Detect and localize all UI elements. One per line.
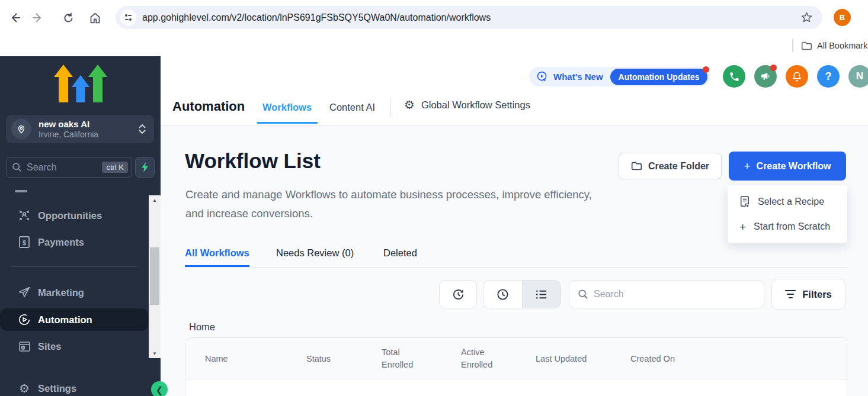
filters-button[interactable]: Filters	[771, 279, 845, 310]
reload-icon[interactable]	[59, 8, 78, 27]
workflow-search	[569, 280, 764, 308]
sidebar-divider	[11, 266, 137, 267]
sidebar: new oaks AI Irvine, California Search ct…	[0, 56, 161, 396]
browser-chrome: app.gohighlevel.com/v2/location/lnPS691g…	[0, 0, 868, 36]
table-header-row: Name Status Total Enrolled Active Enroll…	[185, 338, 847, 379]
whats-new-icon	[536, 70, 549, 83]
phone-button[interactable]	[723, 65, 745, 88]
gear-icon: ⚙	[404, 99, 415, 111]
sidebar-item-label: Marketing	[38, 287, 84, 298]
column-header-active-enrolled[interactable]: Active Enrolled	[461, 338, 500, 379]
gohighlevel-logo	[53, 65, 108, 102]
notifications-button[interactable]	[786, 65, 808, 88]
back-icon[interactable]	[6, 8, 25, 27]
home-icon[interactable]	[85, 8, 104, 27]
chevron-left-icon: ❮	[156, 385, 164, 394]
automation-updates-badge[interactable]: Automation Updates	[610, 69, 708, 85]
svg-text:$: $	[23, 239, 26, 246]
forward-icon[interactable]	[28, 8, 47, 27]
scrollbar-down-arrow[interactable]: ▼	[149, 349, 161, 358]
marketing-icon	[17, 286, 31, 299]
sidebar-item-opportunities[interactable]: Opportunities	[0, 204, 148, 227]
list-view-button[interactable]	[522, 281, 561, 308]
global-workflow-settings-button[interactable]: ⚙ Global Workflow Settings	[404, 99, 530, 111]
sidebar-item-automation[interactable]: Automation	[0, 308, 148, 331]
table-body	[185, 379, 847, 396]
browser-profile-avatar[interactable]: B	[834, 9, 851, 26]
scrolled-item-remnant	[15, 190, 27, 192]
tab-needs-review[interactable]: Needs Review (0)	[276, 247, 354, 259]
sidebar-item-payments[interactable]: $ Payments	[0, 231, 148, 253]
history-clock-icon	[451, 288, 465, 301]
filter-icon	[785, 290, 796, 298]
sidebar-item-label: Opportunities	[38, 210, 102, 221]
url-text[interactable]: app.gohighlevel.com/v2/location/lnPS691g…	[142, 12, 800, 23]
sidebar-search-input[interactable]: Search ctrl K	[6, 157, 132, 178]
folder-icon	[631, 161, 642, 171]
search-icon	[12, 162, 22, 172]
filters-label: Filters	[802, 289, 832, 300]
sidebar-item-sites[interactable]: Sites	[0, 335, 148, 358]
execution-logs-button[interactable]	[439, 280, 477, 308]
location-name: new oaks AI	[39, 119, 139, 129]
create-folder-button[interactable]: Create Folder	[619, 153, 722, 179]
sidebar-collapse-button[interactable]: ❮	[151, 381, 168, 396]
user-avatar[interactable]: N	[848, 65, 868, 88]
address-bar[interactable]: app.gohighlevel.com/v2/location/lnPS691g…	[116, 6, 822, 29]
column-header-created-on[interactable]: Created On	[630, 338, 675, 379]
menu-item-label: Select a Recipe	[758, 197, 824, 207]
whats-new-button[interactable]: What's New Automation Updates	[529, 67, 710, 86]
create-workflow-menu: Select a Recipe + Start from Scratch	[728, 185, 847, 243]
automation-icon	[17, 313, 31, 326]
column-header-total-enrolled[interactable]: Total Enrolled	[382, 338, 421, 379]
announcements-button[interactable]	[754, 65, 777, 88]
quick-actions-button[interactable]	[135, 157, 155, 178]
tab-workflows[interactable]: Workflows	[262, 102, 312, 113]
tab-all-workflows[interactable]: All Workflows	[185, 247, 249, 259]
site-settings-icon[interactable]	[120, 9, 136, 25]
menu-item-label: Start from Scratch	[754, 221, 830, 232]
location-pin-icon	[11, 119, 31, 139]
create-workflow-label: Create Workflow	[757, 161, 831, 172]
menu-item-select-a-recipe[interactable]: Select a Recipe	[728, 189, 847, 214]
tab-deleted[interactable]: Deleted	[383, 247, 417, 259]
scrollbar-up-arrow[interactable]: ▲	[149, 195, 161, 205]
help-button[interactable]: ?	[817, 65, 840, 88]
bookmarks-bar: All Bookmark	[0, 36, 868, 56]
location-switcher[interactable]: new oaks AI Irvine, California	[6, 115, 154, 143]
sidebar-item-settings[interactable]: ⚙ Settings	[0, 377, 148, 396]
column-header-name[interactable]: Name	[205, 338, 228, 379]
workflow-search-input[interactable]	[594, 289, 764, 300]
bookmark-star-icon[interactable]	[800, 11, 813, 24]
global-workflow-settings-label: Global Workflow Settings	[421, 99, 530, 111]
notification-dot	[703, 66, 709, 73]
lightning-icon	[141, 162, 149, 172]
all-bookmarks-label: All Bookmark	[817, 41, 867, 50]
automation-updates-label: Automation Updates	[619, 72, 700, 82]
tab-content-ai[interactable]: Content AI	[329, 102, 375, 113]
whats-new-label: What's New	[553, 72, 603, 82]
tabs-divider	[390, 98, 390, 117]
payments-icon: $	[17, 236, 31, 249]
sidebar-item-marketing[interactable]: Marketing	[0, 281, 148, 304]
breadcrumb-home[interactable]: Home	[189, 321, 215, 333]
phone-icon	[729, 71, 740, 82]
all-bookmarks-button[interactable]: All Bookmark	[801, 38, 868, 53]
column-header-status[interactable]: Status	[306, 338, 331, 379]
plus-icon: +	[739, 221, 746, 233]
scrollbar-thumb[interactable]	[150, 247, 159, 305]
opportunities-icon	[17, 209, 31, 222]
plus-icon: +	[744, 160, 750, 173]
settings-gear-icon: ⚙	[17, 382, 31, 394]
search-shortcut-badge: ctrl K	[102, 162, 128, 173]
workflow-table: Name Status Total Enrolled Active Enroll…	[185, 337, 847, 396]
recent-view-button[interactable]	[483, 281, 522, 308]
sidebar-scrollbar[interactable]: ▲ ▼	[149, 195, 161, 358]
page-description: Create and manage Workflows to automate …	[185, 185, 600, 223]
column-header-last-updated[interactable]: Last Updated	[536, 338, 587, 379]
notification-dot	[770, 65, 777, 71]
menu-item-start-from-scratch[interactable]: + Start from Scratch	[728, 214, 847, 239]
create-workflow-button[interactable]: + Create Workflow	[729, 152, 846, 181]
tabs-bottom-border	[185, 267, 847, 268]
main-header: What's New Automation Updates ? N Automa…	[161, 56, 868, 125]
